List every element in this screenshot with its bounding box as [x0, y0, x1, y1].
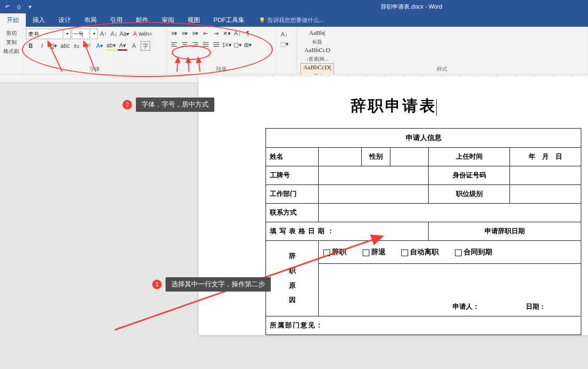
font-color-icon[interactable]: A▾: [118, 41, 127, 51]
paragraph-group: ≡▾ ≡▾ ≡▾ ⇤ ⇥ ✕▾ A↓ ¶ ‡≡▾ ▢▾ ⊞▾ 段落: [166, 27, 277, 74]
tab-layout[interactable]: 布局: [78, 13, 103, 27]
font-size-input[interactable]: [72, 29, 90, 39]
char-border-icon[interactable]: 字: [141, 41, 150, 51]
increase-indent-icon[interactable]: ⇥: [211, 29, 221, 38]
text-cursor: [436, 99, 437, 116]
strikethrough-button[interactable]: abc: [60, 41, 70, 51]
phonetic-icon[interactable]: wénA: [141, 29, 150, 39]
quick-access-toolbar: ↶ ⎙ ▾: [0, 2, 34, 11]
reason-body[interactable]: 申请人： 日期：: [319, 264, 581, 316]
option-retire[interactable]: 辞退: [363, 248, 386, 257]
tab-review[interactable]: 审阅: [155, 13, 181, 27]
sort-icon[interactable]: A↓: [233, 29, 242, 38]
label-gender: 性别: [362, 148, 390, 166]
font-name-dropdown-icon[interactable]: ▾: [64, 29, 71, 39]
tab-pdf[interactable]: PDF工具集: [207, 13, 251, 27]
select-icon[interactable]: ⬚▾: [279, 39, 289, 49]
subscript-button[interactable]: x₂: [72, 41, 81, 51]
title-bar: ↶ ⎙ ▾ 辞职申请表.docx - Word: [0, 0, 588, 13]
line-spacing-icon[interactable]: ‡≡▾: [222, 40, 232, 50]
style-heading[interactable]: AaBb(标题: [300, 29, 334, 46]
option-resign[interactable]: 辞职: [323, 248, 346, 257]
font-group-label: 字体: [23, 65, 166, 73]
label-contact: 联系方式: [266, 204, 319, 222]
change-case-icon[interactable]: Aa▾: [120, 29, 129, 39]
badge-1: 1: [152, 280, 162, 289]
align-justify-button[interactable]: [201, 40, 211, 50]
align-distribute-button[interactable]: [211, 40, 221, 50]
font-name-input[interactable]: [26, 29, 63, 39]
text-effects-icon[interactable]: A▾: [95, 41, 104, 51]
tab-references[interactable]: 引用: [103, 13, 129, 27]
badge-2: 2: [122, 100, 132, 109]
redo-dropdown-icon[interactable]: ⎙: [14, 2, 23, 11]
style-normal-web[interactable]: AaBbCcD↓普通(网...: [300, 46, 334, 63]
label-ymd: 年 月 日: [510, 148, 581, 166]
cut-button[interactable]: 剪切: [3, 30, 20, 37]
multilevel-icon[interactable]: ≡▾: [190, 29, 200, 38]
label-reason: 辞 职 原 因: [266, 241, 319, 316]
tab-design[interactable]: 设计: [52, 13, 78, 27]
align-center-button[interactable]: [180, 40, 189, 50]
char-shading-icon[interactable]: A: [129, 41, 139, 51]
borders-icon[interactable]: ⊞▾: [243, 40, 253, 50]
tab-insert[interactable]: 插入: [26, 13, 52, 27]
paragraph-group-label: 段落: [166, 65, 276, 73]
callout-step1: 1 选择其中一行文字，操作第二步: [166, 277, 271, 292]
italic-button[interactable]: I: [37, 41, 47, 51]
increase-font-icon[interactable]: A↑: [99, 29, 108, 39]
label-filldate: 填写表格日期：: [266, 222, 429, 241]
label-name: 姓名: [266, 148, 319, 166]
align-right-button[interactable]: [190, 40, 200, 50]
qat-dropdown-icon[interactable]: ▾: [26, 2, 34, 11]
label-resigndate: 申请辞职日期: [429, 222, 581, 241]
option-contract[interactable]: 合同到期: [455, 248, 492, 257]
section-header: 申请人信息: [266, 129, 581, 148]
decrease-font-icon[interactable]: A↓: [109, 29, 119, 39]
format-painter-button[interactable]: 格式刷: [3, 48, 20, 55]
tab-mailings[interactable]: 邮件: [129, 13, 155, 27]
align-left-button[interactable]: [169, 40, 179, 50]
label-rank: 职位级别: [429, 185, 510, 204]
tab-start[interactable]: 开始: [0, 13, 26, 27]
tell-me-search[interactable]: 告诉我您想要做什么...: [259, 13, 324, 27]
show-marks-icon[interactable]: ¶: [243, 29, 253, 38]
highlight-icon[interactable]: ab▾: [106, 41, 116, 51]
decrease-indent-icon[interactable]: ⇤: [201, 29, 211, 38]
label-startdate: 上任时间: [429, 148, 510, 166]
superscript-button[interactable]: x²: [83, 41, 93, 51]
label-date: 日期：: [526, 303, 546, 310]
undo-icon[interactable]: ↶: [3, 2, 11, 11]
document-area: 辞职申请表 申请人信息 姓名 性别 上任时间 年 月 日 工牌号 身份证号码 工…: [0, 75, 588, 369]
resignation-form: 申请人信息 姓名 性别 上任时间 年 月 日 工牌号 身份证号码 工作部门 职位…: [266, 128, 581, 335]
styles-group-label: 样式: [297, 65, 588, 73]
label-badge: 工牌号: [266, 166, 319, 185]
label-dept-opinion: 所属部门意见：: [266, 316, 581, 335]
document-title: 辞职申请表.docx - Word: [381, 3, 442, 11]
label-idno: 身份证号码: [429, 166, 510, 185]
option-auto[interactable]: 自动离职: [401, 248, 439, 257]
callout-step2: 2 字体，字号，居中方式: [136, 98, 214, 112]
label-applicant: 申请人：: [453, 303, 479, 310]
document-page[interactable]: 辞职申请表 申请人信息 姓名 性别 上任时间 年 月 日 工牌号 身份证号码 工…: [199, 76, 588, 335]
font-group: ▾ ▾ A↑ A↓ Aa▾ A wénA B I U▾ abc x₂ x² A▾…: [23, 27, 166, 74]
editing-group: A↓ ⬚▾: [277, 27, 297, 74]
shading-icon[interactable]: ▢▾: [233, 40, 242, 50]
ribbon: 剪切 复制 格式刷 ▾ ▾ A↑ A↓ Aa▾ A wénA B I U▾ ab…: [0, 27, 588, 75]
styles-group: AaBb(标题 AaBbCcD↓普通(网... AaBbCcD(↓正文 AaBb…: [297, 27, 588, 74]
styles-pane-icon[interactable]: A↓: [279, 30, 289, 39]
tab-view[interactable]: 视图: [181, 13, 207, 27]
asian-layout-icon[interactable]: ✕▾: [222, 29, 232, 38]
copy-button[interactable]: 复制: [3, 39, 20, 46]
clipboard-group: 剪切 复制 格式刷: [0, 27, 23, 74]
font-size-dropdown-icon[interactable]: ▾: [91, 29, 98, 39]
document-heading: 辞职申请表: [199, 96, 588, 117]
underline-button[interactable]: U▾: [49, 41, 58, 51]
label-dept: 工作部门: [266, 185, 319, 204]
resign-options: 辞职 辞退 自动离职 合同到期: [319, 241, 581, 264]
numbering-icon[interactable]: ≡▾: [180, 29, 189, 38]
ribbon-tabs: 开始 插入 设计 布局 引用 邮件 审阅 视图 PDF工具集 告诉我您想要做什么…: [0, 13, 588, 27]
bold-button[interactable]: B: [26, 41, 35, 51]
bullets-icon[interactable]: ≡▾: [169, 29, 179, 38]
